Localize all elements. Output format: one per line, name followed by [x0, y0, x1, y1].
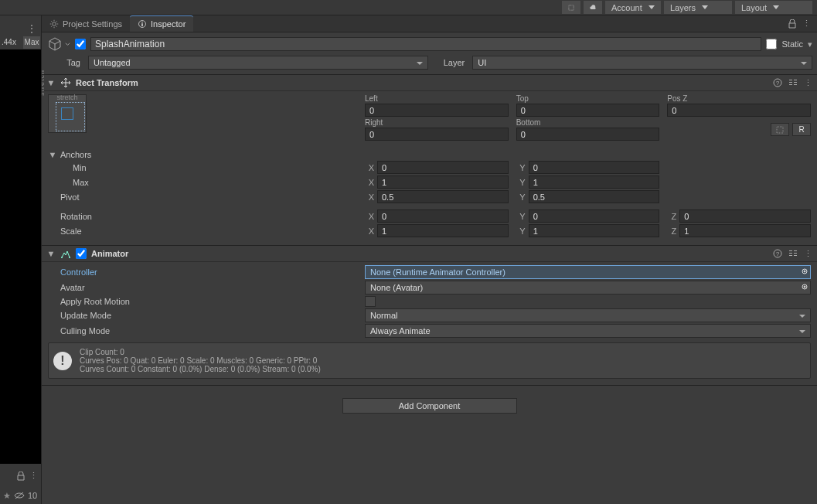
scale-y[interactable] [529, 224, 660, 237]
apply-root-motion-checkbox[interactable] [365, 296, 376, 307]
left-field[interactable] [365, 104, 509, 117]
svg-point-2 [53, 22, 56, 26]
object-picker-icon[interactable] [798, 283, 808, 294]
update-mode-label: Update Mode [48, 311, 365, 320]
rotation-y[interactable] [529, 209, 660, 223]
static-dropdown-icon[interactable]: ▾ [808, 39, 812, 49]
rect-transform-icon [60, 77, 71, 88]
animator-enable-checkbox[interactable] [76, 248, 87, 259]
gear-icon [49, 19, 59, 29]
anchor-min-label: Min [48, 163, 365, 172]
svg-point-4 [141, 22, 143, 23]
tag-dropdown[interactable]: Untagged [88, 56, 428, 70]
apply-root-motion-label: Apply Root Motion [48, 297, 365, 306]
layers-dropdown[interactable]: Layers [664, 1, 732, 14]
anchors-foldout-icon[interactable]: ▼ [48, 150, 57, 159]
static-checkbox[interactable] [766, 39, 777, 49]
object-picker-icon[interactable] [798, 267, 808, 278]
rect-transform-header[interactable]: ▼ Rect Transform ? ⋮ [42, 74, 817, 91]
bottom-field[interactable] [516, 128, 660, 141]
anchor-max-x[interactable] [377, 175, 509, 189]
warning-icon: ! [53, 352, 72, 370]
update-mode-dropdown[interactable]: Normal [365, 308, 811, 322]
anchor-min-y[interactable] [529, 161, 660, 174]
foldout-icon[interactable]: ▼ [46, 78, 56, 87]
svg-rect-19 [789, 250, 792, 251]
panel-menu-icon-2[interactable]: ⋮ [29, 471, 38, 481]
svg-rect-0 [569, 5, 574, 9]
svg-rect-24 [794, 255, 797, 256]
raw-edit-button[interactable]: R [792, 123, 811, 136]
culling-mode-label: Culling Mode [48, 326, 365, 335]
panel-menu-icon[interactable]: ⋮ [27, 23, 36, 34]
posz-field[interactable] [667, 104, 811, 117]
account-dropdown[interactable]: Account [605, 1, 661, 14]
controller-field[interactable]: None (Runtime Animator Controller) [365, 265, 811, 279]
help-icon[interactable]: ? [773, 78, 782, 88]
animator-title: Animator [91, 249, 768, 258]
svg-text:?: ? [776, 250, 780, 257]
scale-z[interactable] [679, 224, 811, 237]
layer-dropdown[interactable]: UI [472, 56, 812, 70]
gameobject-icon[interactable] [46, 36, 63, 53]
gameobject-name-field[interactable] [90, 37, 761, 51]
lock-icon[interactable] [17, 472, 25, 481]
preview-viewport [0, 49, 41, 464]
svg-point-16 [69, 257, 70, 258]
svg-rect-22 [794, 250, 797, 251]
anchor-preset-button[interactable]: stretch stretch [48, 94, 87, 133]
rotation-z[interactable] [679, 209, 811, 223]
foldout-icon[interactable]: ▼ [46, 249, 56, 258]
collab-icon[interactable] [562, 1, 580, 14]
blueprint-mode-button[interactable] [771, 123, 789, 136]
pivot-x[interactable] [377, 190, 509, 203]
svg-rect-12 [794, 82, 797, 83]
tag-layer-row: Tag Untagged Layer UI [42, 56, 817, 74]
inspector-lock-icon[interactable] [788, 19, 796, 29]
gameobject-active-checkbox[interactable] [75, 39, 86, 49]
culling-mode-dropdown[interactable]: Always Animate [365, 324, 811, 338]
preset-icon[interactable] [788, 78, 798, 88]
gameobject-icon-dropdown[interactable] [65, 42, 70, 47]
svg-rect-23 [794, 253, 797, 254]
help-icon[interactable]: ? [773, 249, 782, 259]
pivot-label: Pivot [48, 192, 365, 202]
info-line3: Curves Count: 0 Constant: 0 (0.0%) Dense… [80, 365, 321, 373]
anchor-min-x[interactable] [377, 161, 509, 174]
tag-label: Tag [46, 58, 83, 67]
svg-rect-13 [794, 84, 797, 85]
tab-strip: Project Settings Inspector ⋮ [42, 15, 817, 32]
tab-inspector[interactable]: Inspector [130, 15, 193, 32]
add-component-button[interactable]: Add Component [342, 398, 517, 414]
hidden-icon[interactable] [14, 492, 25, 499]
pivot-y[interactable] [529, 190, 660, 203]
rotation-x[interactable] [377, 209, 509, 223]
layout-dropdown[interactable]: Layout [735, 1, 812, 14]
svg-point-15 [61, 257, 63, 258]
gameobject-header: Static ▾ [42, 32, 817, 56]
animator-body: Controller None (Runtime Animator Contro… [42, 262, 817, 385]
component-menu-icon[interactable]: ⋮ [804, 249, 812, 259]
component-menu-icon[interactable]: ⋮ [804, 78, 812, 88]
static-label: Static [781, 39, 803, 49]
svg-rect-11 [794, 80, 797, 80]
favorite-icon[interactable]: ★ [3, 491, 11, 501]
animator-header[interactable]: ▼ Animator ? ⋮ [42, 245, 817, 262]
avatar-field[interactable]: None (Avatar) [365, 281, 811, 295]
svg-rect-8 [789, 80, 792, 80]
layer-label: Layer [433, 58, 468, 67]
svg-rect-5 [141, 23, 143, 26]
scale-x[interactable] [377, 224, 509, 237]
svg-rect-9 [789, 82, 792, 83]
maximize-button[interactable]: Max [23, 36, 40, 49]
preset-icon[interactable] [788, 249, 798, 259]
svg-point-28 [804, 286, 805, 288]
top-field[interactable] [516, 104, 660, 117]
anchor-max-y[interactable] [529, 175, 660, 189]
info-icon [138, 19, 147, 29]
svg-point-26 [804, 271, 805, 272]
tab-project-settings[interactable]: Project Settings [42, 15, 130, 32]
right-field[interactable] [365, 128, 509, 141]
cloud-icon[interactable] [584, 1, 602, 14]
inspector-menu-icon[interactable]: ⋮ [802, 19, 811, 29]
